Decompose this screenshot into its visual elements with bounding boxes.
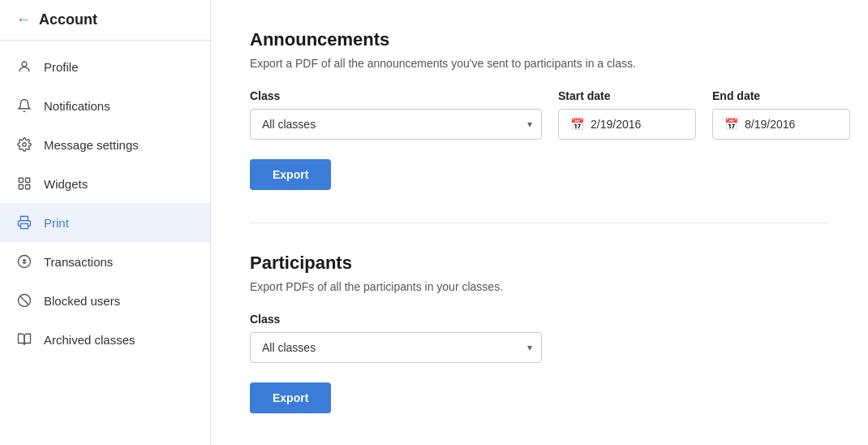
- svg-point-1: [23, 143, 27, 147]
- sidebar-title: Account: [39, 11, 97, 28]
- sidebar-item-transactions[interactable]: Transactions: [0, 242, 210, 281]
- announcements-title: Announcements: [250, 29, 829, 50]
- announcements-form-row: Class All classes ▾ Start date 📅 2/19/20…: [250, 89, 829, 140]
- main-content: Announcements Export a PDF of all the an…: [211, 0, 868, 445]
- sidebar: ← Account Profile Notifications: [0, 0, 211, 445]
- bell-icon: [16, 97, 32, 114]
- calendar-icon: 📅: [570, 118, 584, 131]
- person-icon: [16, 58, 32, 75]
- dollar-icon: [16, 253, 32, 270]
- announcements-class-group: Class All classes ▾: [250, 89, 542, 140]
- announcements-start-date-input[interactable]: 📅 2/19/2016: [558, 109, 696, 140]
- announcements-start-date-value: 2/19/2016: [591, 118, 641, 131]
- sidebar-item-label-widgets: Widgets: [44, 177, 88, 191]
- sidebar-item-widgets[interactable]: Widgets: [0, 164, 210, 203]
- participants-section: Participants Export PDFs of all the part…: [250, 253, 829, 413]
- announcements-end-date-value: 8/19/2016: [745, 118, 795, 131]
- announcements-desc: Export a PDF of all the announcements yo…: [250, 57, 829, 70]
- sidebar-item-blocked-users[interactable]: Blocked users: [0, 281, 210, 320]
- announcements-start-date-group: Start date 📅 2/19/2016: [558, 89, 696, 140]
- blocked-icon: [16, 292, 32, 309]
- announcements-class-label: Class: [250, 89, 542, 102]
- announcements-end-date-label: End date: [712, 89, 850, 102]
- svg-rect-2: [19, 178, 23, 182]
- sidebar-item-profile[interactable]: Profile: [0, 47, 210, 86]
- sidebar-item-label-archived-classes: Archived classes: [44, 333, 135, 347]
- back-button[interactable]: ←: [16, 11, 31, 28]
- sidebar-item-label-message-settings: Message settings: [44, 138, 139, 152]
- sidebar-item-label-notifications: Notifications: [44, 99, 110, 113]
- gear-icon: [16, 136, 32, 153]
- sidebar-item-archived-classes[interactable]: Archived classes: [0, 320, 210, 359]
- participants-desc: Export PDFs of all the participants in y…: [250, 280, 829, 293]
- svg-rect-6: [21, 224, 28, 229]
- sidebar-header: ← Account: [0, 0, 210, 41]
- announcements-class-select-wrapper: All classes ▾: [250, 109, 542, 140]
- svg-rect-4: [19, 185, 23, 189]
- book-icon: [16, 331, 32, 348]
- announcements-export-button[interactable]: Export: [250, 159, 331, 190]
- participants-class-label: Class: [250, 313, 829, 326]
- svg-rect-5: [26, 185, 30, 189]
- calendar-icon-end: 📅: [724, 118, 738, 131]
- widget-icon: [16, 175, 32, 192]
- svg-line-10: [20, 296, 29, 305]
- sidebar-item-print[interactable]: Print: [0, 203, 210, 242]
- announcements-start-date-label: Start date: [558, 89, 696, 102]
- svg-rect-3: [26, 178, 30, 182]
- participants-title: Participants: [250, 253, 829, 274]
- participants-class-group: Class All classes ▾: [250, 313, 829, 363]
- announcements-section: Announcements Export a PDF of all the an…: [250, 29, 829, 190]
- participants-class-select-wrapper: All classes ▾: [250, 332, 542, 363]
- announcements-end-date-group: End date 📅 8/19/2016: [712, 89, 850, 140]
- sidebar-nav: Profile Notifications Message settings: [0, 41, 210, 365]
- print-icon: [16, 214, 32, 231]
- sidebar-item-notifications[interactable]: Notifications: [0, 86, 210, 125]
- sidebar-item-message-settings[interactable]: Message settings: [0, 125, 210, 164]
- announcements-end-date-input[interactable]: 📅 8/19/2016: [712, 109, 850, 140]
- sidebar-item-label-transactions: Transactions: [44, 255, 113, 269]
- svg-point-0: [22, 62, 27, 67]
- participants-class-select[interactable]: All classes: [250, 332, 542, 363]
- section-divider: [250, 222, 829, 223]
- sidebar-item-label-profile: Profile: [44, 60, 79, 74]
- sidebar-item-label-blocked-users: Blocked users: [44, 294, 120, 308]
- sidebar-item-label-print: Print: [44, 216, 69, 230]
- announcements-class-select[interactable]: All classes: [250, 109, 542, 140]
- participants-export-button[interactable]: Export: [250, 382, 331, 413]
